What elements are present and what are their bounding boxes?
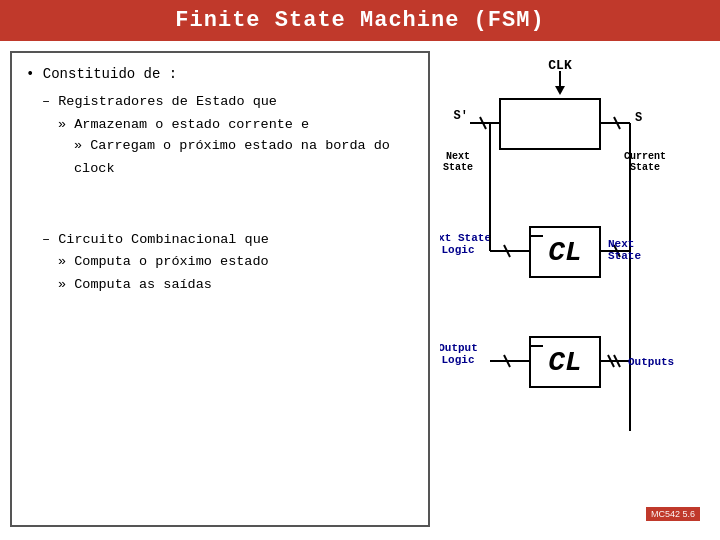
sprime-label: S': [454, 109, 468, 123]
svg-marker-1: [555, 86, 565, 95]
svg-text:State: State: [443, 162, 473, 173]
level2-carregam: Carregam o próximo estado na borda do cl…: [74, 135, 414, 181]
next-state-reg-label: Next: [446, 151, 470, 162]
level2-computa-saidas: Computa as saídas: [58, 274, 414, 297]
level1-circuito: – Circuito Combinacional que: [42, 229, 414, 252]
svg-text:Logic: Logic: [441, 354, 474, 366]
left-panel: • Constituido de : – Registradores de Es…: [10, 51, 430, 527]
level2-armazenam: Armazenam o estado corrente e: [58, 114, 414, 137]
nsl-title-label: Next State: [440, 232, 491, 244]
title-bar: Finite State Machine (FSM): [0, 0, 720, 41]
level1-registradores: – Registradores de Estado que: [42, 91, 414, 114]
right-panel: CLK S' S Next State Current State: [440, 51, 710, 527]
svg-rect-4: [500, 99, 600, 149]
svg-text:State: State: [630, 162, 660, 173]
clk-label: CLK: [548, 58, 572, 73]
svg-text:Logic: Logic: [441, 244, 474, 256]
ol-title-label: Output: [440, 342, 478, 354]
slide-number: MC542 5.6: [646, 507, 700, 521]
nsl-cl-symbol: CL: [548, 237, 582, 268]
svg-text:State: State: [608, 250, 641, 262]
bullet-main: • Constituido de :: [26, 63, 414, 87]
ol-cl-symbol: CL: [548, 347, 582, 378]
outputs-label: Outputs: [628, 356, 674, 368]
s-label: S: [635, 111, 642, 125]
level2-computa-proximo: Computa o próximo estado: [58, 251, 414, 274]
nsl-next-state-label: Next: [608, 238, 634, 250]
page-title: Finite State Machine (FSM): [175, 8, 544, 33]
fsm-diagram: CLK S' S Next State Current State: [440, 51, 700, 511]
